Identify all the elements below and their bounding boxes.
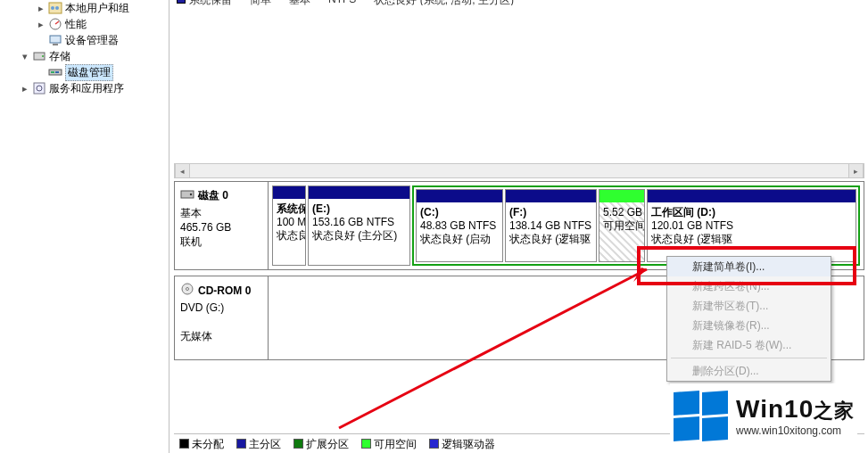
tree-item-services[interactable]: ▸ 服务和应用程序 <box>0 80 169 96</box>
partition-header <box>506 190 596 202</box>
expander-icon[interactable]: ▸ <box>36 19 45 30</box>
cdrom-icon <box>180 282 194 299</box>
legend-extended: 扩展分区 <box>293 437 349 452</box>
svg-rect-9 <box>51 71 54 73</box>
partition-c[interactable]: (C:) 48.83 GB NTFS 状态良好 (启动 <box>416 189 503 262</box>
menu-new-simple-volume[interactable]: 新建简单卷(I)... <box>667 257 831 276</box>
watermark-title: Win10之家 <box>736 395 855 424</box>
storage-icon <box>32 49 46 63</box>
svg-rect-11 <box>34 83 45 94</box>
services-icon <box>32 81 46 95</box>
svg-rect-4 <box>50 36 61 43</box>
nav-tree: ▸ 本地用户和组 ▸ 性能 设备管理器 ▾ 存储 <box>0 0 169 453</box>
cell: 简单 <box>250 0 271 5</box>
cell: 基本 <box>289 0 310 5</box>
tree-item-performance[interactable]: ▸ 性能 <box>0 16 169 32</box>
context-menu: 新建简单卷(I)... 新建跨区卷(N)... 新建带区卷(T)... 新建镜像… <box>666 256 831 382</box>
tree-label: 磁盘管理 <box>65 64 113 81</box>
disk-title: CD-ROM 0 <box>198 284 251 297</box>
partition-d[interactable]: 工作区间 (D:) 120.01 GB NTFS 状态良好 (逻辑驱 <box>647 189 856 262</box>
expander-icon[interactable]: ▾ <box>20 51 29 62</box>
windows-flag-icon <box>674 391 727 441</box>
disk-info[interactable]: CD-ROM 0 DVD (G:) 无媒体 <box>175 276 269 359</box>
menu-delete-partition: 删除分区(D)... <box>667 361 831 381</box>
partition-header <box>417 190 502 202</box>
partition-header <box>599 190 644 202</box>
partition-header <box>309 186 409 199</box>
scroll-left-button[interactable]: ◂ <box>175 164 190 177</box>
legend-unallocated: 未分配 <box>179 437 224 452</box>
partition-free-space[interactable]: 5.52 GB 可用空间 <box>599 189 645 262</box>
tree-label: 存储 <box>49 49 70 64</box>
tree-item-device-manager[interactable]: 设备管理器 <box>0 32 169 48</box>
menu-new-raid5-volume: 新建 RAID-5 卷(W)... <box>667 335 831 355</box>
cell: NTFS <box>328 0 356 5</box>
disk-title: 磁盘 0 <box>198 188 228 203</box>
legend-logical: 逻辑驱动器 <box>429 437 495 452</box>
partition-header <box>273 186 305 199</box>
svg-point-16 <box>186 288 189 291</box>
svg-rect-10 <box>55 71 59 73</box>
volume-list-row-cut: 系统保留 简单 基本 NTFS 状态良好 (系统, 活动, 主分区) <box>177 0 864 5</box>
disk-icon <box>180 187 194 204</box>
disk-meta: 基本 465.76 GB 联机 <box>180 206 262 249</box>
extended-partition-group: (C:) 48.83 GB NTFS 状态良好 (启动 (F:) 138.14 … <box>412 185 860 266</box>
tree-label: 性能 <box>65 17 87 32</box>
horizontal-scrollbar[interactable]: ◂ ▸ <box>174 163 864 178</box>
cell: 系统保留 <box>189 0 232 5</box>
disk-info[interactable]: 磁盘 0 基本 465.76 GB 联机 <box>175 182 269 269</box>
disk-icon <box>48 65 62 79</box>
cell: 状态良好 (系统, 活动, 主分区) <box>374 0 514 5</box>
svg-point-7 <box>42 55 44 57</box>
menu-new-mirrored-volume: 新建镜像卷(R)... <box>667 316 831 335</box>
tree-item-disk-management[interactable]: 磁盘管理 <box>0 64 169 80</box>
partition-system-reserved[interactable]: 系统保留 100 MB 状态良好 <box>272 185 306 266</box>
legend-primary: 主分区 <box>236 437 281 452</box>
perf-icon <box>48 17 62 31</box>
svg-rect-5 <box>53 44 58 45</box>
svg-point-14 <box>190 194 192 195</box>
svg-point-2 <box>55 6 59 10</box>
menu-separator <box>671 358 827 358</box>
volume-icon <box>177 0 186 4</box>
menu-new-striped-volume: 新建带区卷(T)... <box>667 296 831 316</box>
users-icon <box>48 1 62 15</box>
partition-e[interactable]: (E:) 153.16 GB NTFS 状态良好 (主分区) <box>308 185 410 266</box>
tree-label: 设备管理器 <box>65 33 119 48</box>
partition-f[interactable]: (F:) 138.14 GB NTFS 状态良好 (逻辑驱 <box>505 189 597 262</box>
tree-item-storage[interactable]: ▾ 存储 <box>0 48 169 64</box>
watermark-logo: Win10之家 www.win10xitong.com <box>670 383 857 448</box>
tree-item-local-users[interactable]: ▸ 本地用户和组 <box>0 0 169 16</box>
disk-meta: DVD (G:) 无媒体 <box>180 301 262 343</box>
expander-icon[interactable]: ▸ <box>20 83 29 95</box>
watermark-url: www.win10xitong.com <box>736 424 855 437</box>
menu-new-spanned-volume: 新建跨区卷(N)... <box>667 276 831 296</box>
expander-icon[interactable]: ▸ <box>36 3 45 14</box>
device-icon <box>48 33 62 47</box>
partition-header <box>648 190 856 202</box>
tree-label: 本地用户和组 <box>65 1 129 16</box>
svg-point-1 <box>51 6 54 10</box>
tree-label: 服务和应用程序 <box>49 81 124 96</box>
legend-free: 可用空间 <box>361 437 417 452</box>
scroll-right-button[interactable]: ▸ <box>848 164 864 177</box>
